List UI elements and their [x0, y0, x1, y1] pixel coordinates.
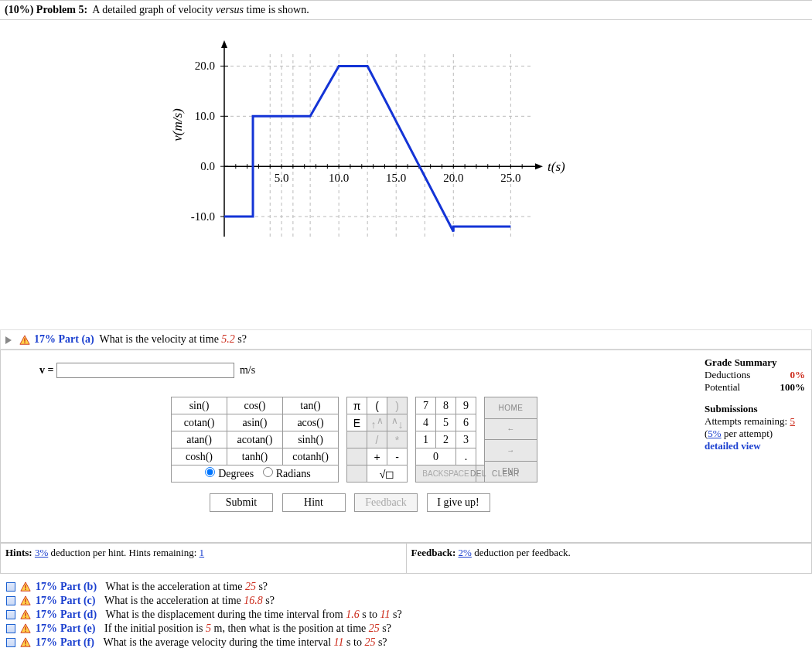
part-percent: 17%	[36, 581, 57, 593]
expand-square-icon[interactable]	[6, 582, 15, 592]
problem-header: (10%) Problem 5: A detailed graph of vel…	[0, 0, 812, 20]
svg-text:0.0: 0.0	[200, 160, 215, 172]
hint-button[interactable]: Hint	[282, 493, 346, 512]
part-row[interactable]: 17% Part (b) What is the acceleration at…	[6, 580, 806, 594]
part-question: If the initial position is 5 m, then wha…	[104, 622, 391, 635]
key-sin[interactable]: sin()	[172, 397, 227, 414]
key-cotan[interactable]: cotan()	[172, 414, 227, 431]
svg-text:20.0: 20.0	[195, 60, 215, 72]
feedback-pct: 2%	[459, 547, 472, 558]
key-plus[interactable]: +	[367, 448, 387, 466]
key-minus[interactable]: -	[387, 448, 408, 466]
part-percent: 17%	[36, 622, 57, 635]
feedback-post: deduction per feedback.	[472, 547, 571, 558]
key-left[interactable]: ←	[485, 418, 537, 440]
answer-variable: v =	[39, 364, 53, 376]
part-row[interactable]: 17% Part (e) If the initial position is …	[6, 622, 806, 636]
key-9[interactable]: 9	[456, 397, 476, 414]
key-right[interactable]: →	[485, 440, 537, 462]
key-atan[interactable]: atan()	[172, 431, 227, 448]
key-tan[interactable]: tan()	[283, 397, 339, 414]
key-4[interactable]: 4	[416, 414, 436, 431]
key-8[interactable]: 8	[436, 397, 456, 414]
problem-number: Problem 5:	[36, 4, 87, 15]
problem-weight: (10%)	[5, 4, 33, 15]
key-power-up[interactable]: ↑∧	[367, 414, 387, 431]
detailed-view-link[interactable]: detailed view	[705, 440, 761, 452]
part-question: What is the average velocity during the …	[103, 636, 387, 649]
key-pi[interactable]: π	[347, 397, 367, 414]
key-cos[interactable]: cos()	[227, 397, 283, 414]
key-blank2	[347, 448, 367, 466]
part-row[interactable]: 17% Part (d) What is the displacement du…	[6, 608, 806, 622]
key-1[interactable]: 1	[416, 431, 436, 448]
hints-mid: deduction per hint. Hints remaining:	[48, 547, 199, 558]
key-2[interactable]: 2	[436, 431, 456, 448]
expand-square-icon[interactable]	[6, 596, 15, 605]
key-backspace[interactable]: BACKSPACE	[416, 466, 476, 483]
radians-radio[interactable]	[263, 467, 273, 477]
action-buttons: Submit Hint Feedback I give up!	[210, 493, 803, 512]
key-asin[interactable]: asin()	[227, 414, 283, 431]
key-divide[interactable]: /	[367, 431, 387, 448]
key-cotanh[interactable]: cotanh()	[283, 448, 339, 466]
part-percent: 17%	[36, 609, 57, 621]
svg-marker-14	[221, 40, 227, 48]
problem-statement-pre: A detailed graph of velocity	[92, 4, 216, 15]
svg-rect-75	[25, 645, 26, 646]
expand-icon[interactable]	[5, 336, 12, 344]
expand-square-icon[interactable]	[6, 638, 15, 647]
chart-svg: -10.00.010.020.05.010.015.020.025.0t(s)v…	[162, 36, 572, 283]
key-e[interactable]: E	[347, 414, 367, 431]
svg-rect-63	[25, 589, 26, 590]
answer-unit: m/s	[240, 364, 255, 376]
velocity-chart: -10.00.010.020.05.010.015.020.025.0t(s)v…	[0, 20, 812, 329]
key-multiply[interactable]: *	[387, 431, 408, 448]
problem-statement-post: time is shown.	[244, 4, 309, 15]
key-dot[interactable]: .	[456, 448, 476, 466]
key-3[interactable]: 3	[456, 431, 476, 448]
part-question: What is the acceleration at time 16.8 s?	[104, 595, 275, 607]
key-home[interactable]: HOME	[485, 397, 537, 419]
hints-remaining: 1	[200, 547, 205, 558]
submissions-header: Submissions	[705, 403, 805, 415]
key-5[interactable]: 5	[436, 414, 456, 431]
warning-icon	[20, 623, 31, 634]
key-acos[interactable]: acos()	[283, 414, 339, 431]
expand-square-icon[interactable]	[6, 624, 15, 633]
svg-rect-69	[25, 617, 26, 618]
submit-button[interactable]: Submit	[210, 493, 273, 512]
key-0[interactable]: 0	[416, 448, 456, 466]
warning-icon	[20, 637, 31, 648]
svg-rect-65	[25, 598, 26, 602]
key-6[interactable]: 6	[456, 414, 476, 431]
part-a-question-post: s?	[235, 333, 247, 345]
key-open-paren[interactable]: (	[367, 397, 387, 414]
degrees-radio[interactable]	[205, 467, 215, 477]
key-7[interactable]: 7	[416, 397, 436, 414]
part-row[interactable]: 17% Part (f) What is the average velocit…	[6, 636, 806, 650]
key-blank1	[347, 431, 367, 448]
attempts-value: 5	[790, 415, 795, 427]
svg-rect-68	[25, 612, 26, 616]
key-tanh[interactable]: tanh()	[227, 448, 283, 466]
key-cosh[interactable]: cosh()	[172, 448, 227, 466]
key-close-paren[interactable]: )	[387, 397, 408, 414]
giveup-button[interactable]: I give up!	[427, 493, 490, 512]
key-sinh[interactable]: sinh()	[283, 431, 339, 448]
svg-text:-10.0: -10.0	[191, 210, 215, 223]
key-power-down[interactable]: ∧↓	[387, 414, 408, 431]
key-sqrt[interactable]: √◻	[367, 466, 408, 483]
svg-rect-74	[25, 640, 26, 643]
warning-icon	[19, 335, 30, 346]
svg-text:25.0: 25.0	[500, 172, 520, 184]
key-acotan[interactable]: acotan()	[227, 431, 283, 448]
svg-text:5.0: 5.0	[275, 172, 289, 184]
warning-icon	[20, 595, 31, 606]
part-row[interactable]: 17% Part (c) What is the acceleration at…	[6, 594, 806, 608]
part-a-label: Part (a)	[59, 333, 94, 345]
expand-square-icon[interactable]	[6, 610, 15, 619]
angle-mode-row: Degrees Radians	[172, 466, 339, 483]
feedback-button[interactable]: Feedback	[354, 493, 418, 512]
answer-input[interactable]	[56, 363, 234, 378]
